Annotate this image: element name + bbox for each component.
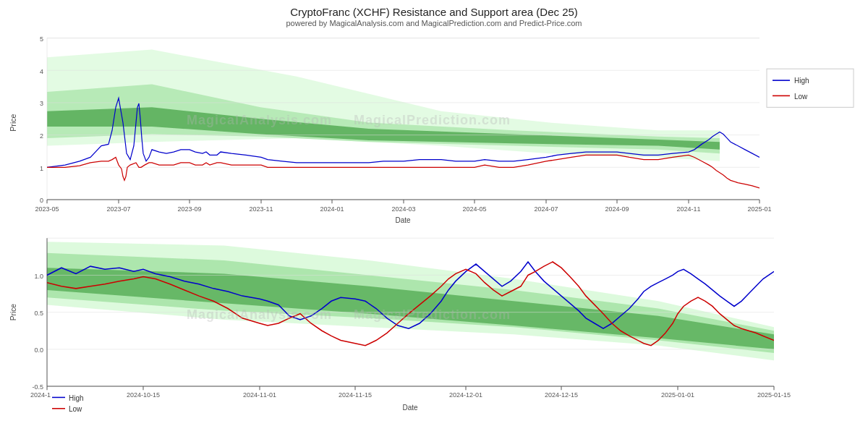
svg-text:2023-09: 2023-09 xyxy=(178,205,202,213)
svg-text:Date: Date xyxy=(402,403,417,411)
svg-text:2025-01-01: 2025-01-01 xyxy=(661,391,694,399)
svg-text:2024-01: 2024-01 xyxy=(320,205,344,213)
svg-text:2024-03: 2024-03 xyxy=(392,205,416,213)
page-container: CryptoFranc (XCHF) Resistance and Suppor… xyxy=(0,0,868,434)
svg-text:High: High xyxy=(794,77,809,85)
svg-text:2024-07: 2024-07 xyxy=(535,205,558,213)
svg-text:2024-11-15: 2024-11-15 xyxy=(339,391,372,399)
svg-text:2024-12-15: 2024-12-15 xyxy=(545,391,578,399)
svg-text:2024-10-15: 2024-10-15 xyxy=(127,391,160,399)
svg-text:2024-11-01: 2024-11-01 xyxy=(243,391,276,399)
charts-container: 5 4 3 2 1 0 Price 2023-05 2023-07 2023-0… xyxy=(7,30,861,430)
svg-text:3: 3 xyxy=(40,100,43,107)
svg-text:2025-01-15: 2025-01-15 xyxy=(757,391,791,399)
svg-text:2023-11: 2023-11 xyxy=(250,205,273,213)
subtitle: powered by MagicalAnalysis.com and Magic… xyxy=(286,19,582,27)
svg-text:2024-11: 2024-11 xyxy=(677,205,701,213)
svg-text:0.5: 0.5 xyxy=(34,309,43,316)
svg-text:5: 5 xyxy=(40,35,43,43)
svg-text:Date: Date xyxy=(395,216,410,224)
svg-text:1.0: 1.0 xyxy=(34,272,43,279)
svg-rect-44 xyxy=(767,69,854,107)
svg-text:4: 4 xyxy=(40,67,43,75)
chart-top: 5 4 3 2 1 0 Price 2023-05 2023-07 2023-0… xyxy=(7,30,861,231)
svg-text:2024-12-01: 2024-12-01 xyxy=(449,391,482,399)
svg-text:Price: Price xyxy=(9,303,17,320)
svg-text:-0.5: -0.5 xyxy=(33,383,43,391)
svg-text:Low: Low xyxy=(69,404,82,412)
svg-text:2024-09: 2024-09 xyxy=(605,205,629,213)
svg-text:2025-01: 2025-01 xyxy=(748,205,772,213)
svg-text:2024-05: 2024-05 xyxy=(463,205,487,213)
svg-text:0: 0 xyxy=(40,197,43,204)
svg-text:High: High xyxy=(69,393,84,401)
svg-text:1: 1 xyxy=(40,164,43,171)
svg-text:2023-07: 2023-07 xyxy=(107,205,131,213)
svg-text:Price: Price xyxy=(9,114,17,131)
chart-bottom-svg: 1.0 0.5 0.0 -0.5 Price 2024-10-01 2024-1… xyxy=(7,231,861,431)
svg-text:0.0: 0.0 xyxy=(34,346,43,353)
chart-top-svg: 5 4 3 2 1 0 Price 2023-05 2023-07 2023-0… xyxy=(7,30,861,231)
chart-bottom: 1.0 0.5 0.0 -0.5 Price 2024-10-01 2024-1… xyxy=(7,231,861,431)
svg-text:Low: Low xyxy=(794,92,808,100)
main-title: CryptoFranc (XCHF) Resistance and Suppor… xyxy=(290,6,578,18)
svg-text:2: 2 xyxy=(40,132,43,140)
svg-text:2023-05: 2023-05 xyxy=(35,205,59,213)
